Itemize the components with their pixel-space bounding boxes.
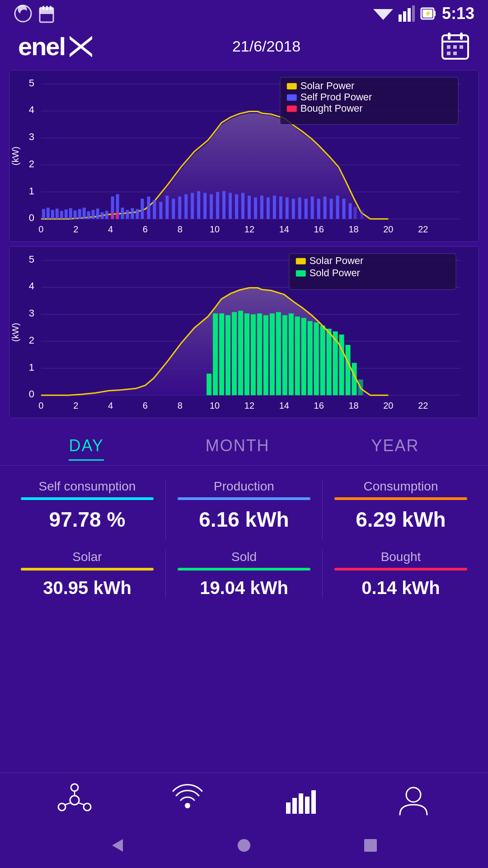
svg-text:16: 16	[314, 224, 324, 234]
svg-rect-157	[282, 315, 287, 395]
svg-rect-115	[287, 94, 297, 101]
self-consumption-bar	[21, 497, 153, 500]
self-consumption-label: Self consumption	[39, 479, 136, 494]
svg-rect-186	[305, 797, 310, 814]
svg-rect-153	[257, 313, 262, 395]
svg-text:Self Prod Power: Self Prod Power	[300, 91, 372, 103]
svg-rect-75	[147, 197, 150, 219]
svg-rect-59	[69, 208, 72, 219]
app-header: enel 21/6/2018	[0, 27, 488, 70]
battery-icon: ⚡	[420, 5, 436, 22]
svg-rect-156	[276, 312, 281, 395]
tab-day[interactable]: DAY	[69, 436, 103, 461]
svg-rect-23	[453, 45, 457, 49]
svg-text:2: 2	[29, 158, 34, 170]
calendar-icon[interactable]	[441, 32, 470, 61]
sub-stat-bought: Bought 0.14 kWh	[323, 545, 479, 603]
svg-text:8: 8	[178, 224, 183, 234]
stat-consumption: Consumption 6.29 kWh	[323, 475, 479, 545]
consumption-label: Consumption	[364, 479, 438, 494]
svg-rect-163	[320, 326, 325, 395]
solar-value: 30.95 kWh	[43, 578, 131, 598]
logo-x-icon	[70, 33, 92, 60]
svg-rect-148	[225, 315, 230, 395]
svg-text:12: 12	[244, 401, 254, 410]
svg-text:6: 6	[143, 224, 148, 234]
chart2-container: 5 4 3 2 1 0 (kW) 0 2 4 6 8 10 12 14 16 1…	[9, 246, 479, 418]
svg-rect-184	[292, 798, 297, 814]
svg-rect-53	[42, 209, 45, 219]
svg-text:⚡: ⚡	[424, 9, 432, 17]
svg-rect-67	[105, 211, 108, 219]
svg-rect-101	[311, 197, 314, 219]
svg-rect-104	[330, 199, 333, 219]
svg-rect-6	[50, 6, 52, 10]
svg-rect-76	[153, 200, 156, 219]
svg-line-180	[65, 803, 70, 805]
svg-rect-4	[42, 6, 44, 10]
svg-rect-87	[222, 191, 225, 219]
stats-row: Self consumption 97.78 % Production 6.16…	[0, 466, 488, 545]
svg-text:22: 22	[418, 401, 428, 410]
svg-rect-72	[131, 208, 134, 219]
svg-text:4: 4	[29, 281, 34, 292]
svg-rect-91	[248, 196, 251, 219]
tab-year[interactable]: YEAR	[371, 436, 419, 461]
svg-rect-21	[460, 33, 463, 40]
svg-rect-71	[126, 210, 129, 219]
android-nav	[0, 827, 488, 868]
svg-rect-160	[301, 318, 306, 395]
svg-rect-145	[206, 374, 211, 396]
production-bar	[178, 497, 310, 500]
sold-label: Sold	[231, 550, 257, 564]
svg-rect-94	[267, 198, 270, 219]
svg-rect-83	[197, 191, 200, 219]
svg-rect-102	[317, 199, 320, 219]
svg-rect-158	[289, 313, 294, 395]
svg-text:4: 4	[29, 104, 34, 116]
svg-point-177	[58, 803, 66, 811]
svg-rect-24	[460, 45, 463, 49]
svg-rect-77	[159, 202, 162, 219]
svg-rect-63	[87, 211, 90, 219]
svg-text:18: 18	[348, 401, 358, 410]
svg-point-190	[238, 839, 250, 852]
svg-rect-151	[244, 313, 249, 395]
svg-text:2: 2	[73, 401, 78, 410]
svg-point-188	[406, 788, 421, 802]
bought-value: 0.14 kWh	[361, 578, 440, 598]
status-bar: ⚡ 5:13	[0, 0, 488, 27]
svg-rect-103	[324, 197, 327, 219]
svg-rect-19	[442, 41, 468, 42]
time-display: 5:13	[442, 4, 474, 23]
svg-rect-113	[287, 83, 297, 90]
bought-label: Bought	[381, 550, 421, 564]
svg-rect-150	[238, 311, 243, 395]
svg-rect-111	[116, 212, 118, 219]
chart-bar-icon[interactable]	[282, 782, 319, 818]
home-button[interactable]	[233, 834, 255, 857]
nav-icons	[0, 773, 488, 827]
svg-rect-90	[241, 193, 244, 219]
svg-text:2: 2	[29, 335, 34, 346]
svg-rect-9	[403, 11, 406, 22]
svg-rect-98	[292, 199, 295, 219]
profile-icon[interactable]	[395, 782, 432, 818]
recent-button[interactable]	[359, 834, 382, 857]
svg-rect-171	[296, 258, 306, 264]
svg-rect-117	[287, 106, 297, 112]
svg-text:22: 22	[418, 224, 428, 234]
signal-waves-icon[interactable]	[169, 782, 206, 818]
hub-icon[interactable]	[56, 782, 93, 818]
svg-text:0: 0	[38, 224, 43, 234]
consumption-bar	[334, 497, 467, 500]
svg-text:8: 8	[178, 401, 183, 410]
svg-rect-106	[343, 199, 346, 219]
tab-month[interactable]: MONTH	[206, 436, 270, 461]
svg-rect-88	[229, 193, 232, 219]
production-value: 6.16 kWh	[199, 507, 289, 532]
svg-rect-84	[203, 193, 206, 219]
svg-text:Solar Power: Solar Power	[300, 80, 355, 91]
svg-text:3: 3	[29, 131, 34, 142]
back-button[interactable]	[106, 834, 129, 857]
